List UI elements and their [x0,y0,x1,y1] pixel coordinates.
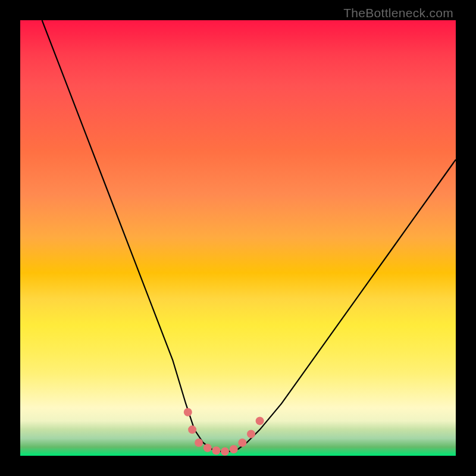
bottleneck-curve [42,20,456,452]
watermark-text: TheBottleneck.com [343,6,453,20]
chart-svg [20,20,456,456]
marker-dot [195,439,203,447]
marker-dot [188,425,196,434]
curve-markers [184,408,264,456]
marker-dot [184,408,192,416]
marker-dot [256,416,264,425]
chart-plot-area [20,20,456,456]
marker-dot [221,447,229,456]
marker-dot [230,445,238,453]
marker-dot [203,444,212,452]
marker-dot [247,430,255,438]
marker-dot [212,446,220,455]
marker-dot [238,439,246,447]
